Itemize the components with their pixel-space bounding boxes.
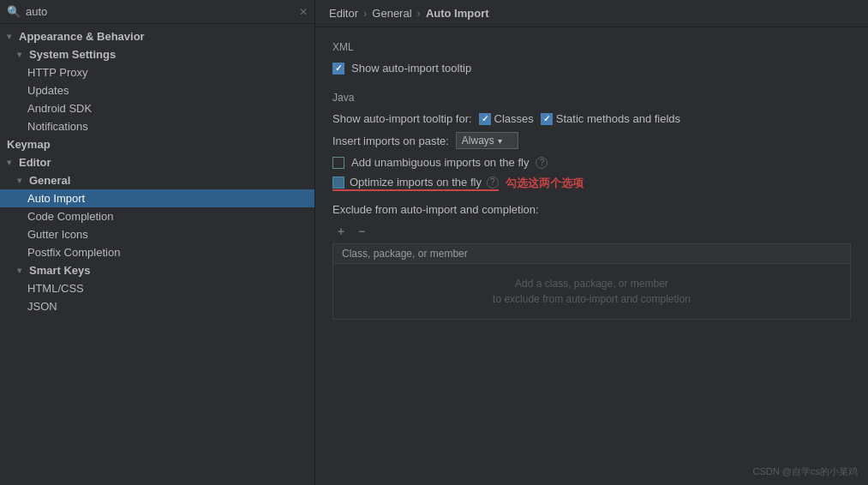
show-tooltip-checkbox[interactable] [332, 63, 344, 75]
static-label: Static methods and fields [556, 112, 680, 125]
breadcrumb: Editor › General › Auto Import [315, 0, 868, 27]
sidebar-item-label: Auto Import [27, 192, 85, 205]
sidebar-item-label: General [29, 174, 70, 187]
caret-icon [17, 266, 26, 275]
add-unambiguous-checkbox[interactable] [332, 157, 344, 169]
sidebar-item-json[interactable]: JSON [0, 297, 314, 315]
insert-imports-select[interactable]: Always [456, 132, 518, 149]
xml-section-label: XML [332, 41, 851, 53]
add-unambiguous-help-icon[interactable]: ? [536, 157, 548, 169]
insert-imports-label: Insert imports on paste: [332, 135, 449, 147]
sidebar-item-label: Editor [19, 156, 51, 169]
sidebar-item-code-completion[interactable]: Code Completion [0, 207, 314, 225]
show-tooltip-row: Show auto-import tooltip [332, 62, 851, 75]
java-section-label: Java [332, 92, 851, 104]
watermark: CSDN @自学cs的小菜鸡 [753, 465, 858, 478]
caret-icon [17, 50, 26, 59]
breadcrumb-auto-import: Auto Import [426, 7, 489, 20]
sidebar-item-label: Smart Keys [29, 264, 91, 277]
remove-exclude-button[interactable]: − [353, 223, 370, 240]
breadcrumb-sep-1: › [363, 7, 367, 20]
breadcrumb-editor[interactable]: Editor [329, 7, 358, 20]
add-unambiguous-label: Add unambiguous imports on the fly [351, 156, 529, 169]
sidebar-item-label: Postfix Completion [27, 246, 120, 259]
exclude-hint-line2: to exclude from auto-import and completi… [493, 293, 691, 305]
search-bar: 🔍 ✕ [0, 0, 314, 24]
sidebar-item-label: Code Completion [27, 210, 113, 223]
sidebar-item-general[interactable]: General [0, 171, 314, 189]
caret-icon [17, 176, 26, 185]
main-panel: Editor › General › Auto Import XML Show … [315, 0, 868, 485]
sidebar-item-label: Updates [27, 84, 69, 97]
exclude-table-header: Class, package, or member [333, 244, 850, 264]
classes-check: Classes [479, 112, 534, 125]
breadcrumb-sep-2: › [417, 7, 421, 20]
sidebar-item-android-sdk[interactable]: Android SDK [0, 99, 314, 117]
sidebar-item-html-css[interactable]: HTML/CSS [0, 279, 314, 297]
insert-imports-row: Insert imports on paste: Always [332, 132, 851, 149]
sidebar-item-label: Notifications [27, 120, 88, 133]
settings-content: XML Show auto-import tooltip Java Show a… [315, 27, 868, 485]
optimize-imports-underline: Optimize imports on the fly ? [332, 176, 499, 191]
sidebar-item-label: HTML/CSS [27, 282, 84, 295]
optimize-imports-label: Optimize imports on the fly [350, 176, 482, 189]
exclude-table: Class, package, or member Add a class, p… [332, 243, 851, 320]
sidebar-item-label: System Settings [29, 48, 116, 61]
sidebar-item-label: Gutter Icons [27, 228, 88, 241]
sidebar-item-system-settings[interactable]: System Settings [0, 45, 314, 63]
add-unambiguous-row: Add unambiguous imports on the fly ? [332, 156, 851, 169]
sidebar-item-label: Android SDK [27, 102, 92, 115]
select-value: Always [462, 135, 494, 147]
sidebar-item-auto-import[interactable]: Auto Import [0, 189, 314, 207]
optimize-imports-help-icon[interactable]: ? [487, 177, 499, 189]
show-tooltip-label: Show auto-import tooltip [351, 62, 471, 75]
sidebar-item-appearance[interactable]: Appearance & Behavior [0, 27, 314, 45]
add-exclude-button[interactable]: + [332, 223, 350, 240]
sidebar-item-label: JSON [27, 300, 57, 313]
optimize-imports-row: Optimize imports on the fly ? 勾选这两个选项 [332, 176, 851, 191]
exclude-section: Exclude from auto-import and completion:… [332, 203, 851, 320]
static-check: Static methods and fields [541, 112, 680, 125]
sidebar-item-editor[interactable]: Editor [0, 153, 314, 171]
static-checkbox[interactable] [541, 113, 553, 125]
search-icon: 🔍 [7, 5, 21, 18]
search-clear-button[interactable]: ✕ [299, 6, 308, 18]
breadcrumb-general[interactable]: General [372, 7, 411, 20]
caret-icon [7, 32, 15, 41]
sidebar-item-label: Keymap [7, 138, 51, 151]
sidebar-item-postfix-completion[interactable]: Postfix Completion [0, 243, 314, 261]
caret-icon [7, 158, 15, 167]
sidebar-item-gutter-icons[interactable]: Gutter Icons [0, 225, 314, 243]
exclude-toolbar: + − [332, 223, 851, 240]
sidebar-item-http-proxy[interactable]: HTTP Proxy [0, 63, 314, 81]
sidebar-item-updates[interactable]: Updates [0, 81, 314, 99]
sidebar-item-label: HTTP Proxy [27, 66, 88, 79]
search-input[interactable] [26, 5, 294, 18]
exclude-label: Exclude from auto-import and completion: [332, 203, 851, 216]
sidebar-item-notifications[interactable]: Notifications [0, 117, 314, 135]
exclude-hint-line1: Add a class, package, or member [515, 278, 668, 290]
sidebar-item-label: Appearance & Behavior [19, 30, 145, 43]
sidebar-item-keymap[interactable]: Keymap [0, 135, 314, 153]
tooltip-for-label: Show auto-import tooltip for: [332, 112, 472, 125]
settings-tree: Appearance & Behavior System Settings HT… [0, 24, 314, 485]
sidebar-item-smart-keys[interactable]: Smart Keys [0, 261, 314, 279]
exclude-table-body: Add a class, package, or member to exclu… [333, 264, 850, 319]
optimize-imports-checkbox[interactable] [332, 177, 344, 189]
select-arrow-icon [498, 135, 502, 147]
annotation-text: 勾选这两个选项 [506, 176, 584, 191]
classes-label: Classes [494, 112, 534, 125]
settings-sidebar: 🔍 ✕ Appearance & Behavior System Setting… [0, 0, 315, 485]
tooltip-for-row: Show auto-import tooltip for: Classes St… [332, 112, 851, 125]
classes-checkbox[interactable] [479, 113, 491, 125]
